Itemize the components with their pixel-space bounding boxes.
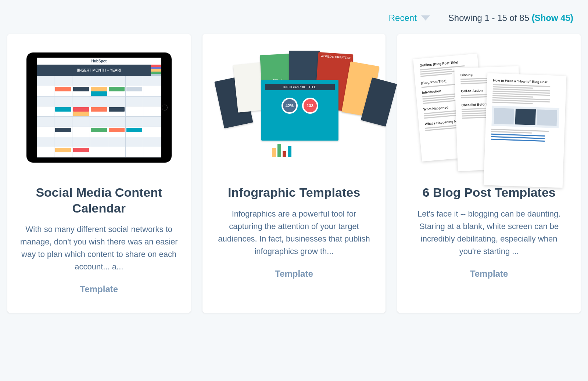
top-bar: Recent Showing 1 - 15 of 85 (Show 45)	[7, 7, 581, 34]
card-image: Outline: [Blog Post Title] [Blog Post Ti…	[397, 34, 581, 181]
card-image: HubSpot [INSERT MONTH + YEAR]	[7, 34, 191, 181]
infographic-spread: TREES WORLD'S GREATEST INFOGRAPHIC TITLE…	[214, 45, 375, 170]
calendar-header: [INSERT MONTH + YEAR]	[37, 65, 161, 76]
card-description: With so many different social networks t…	[7, 223, 191, 284]
card-grid: HubSpot [INSERT MONTH + YEAR] Social Me	[7, 34, 581, 313]
template-card[interactable]: TREES WORLD'S GREATEST INFOGRAPHIC TITLE…	[202, 34, 386, 313]
brand-text: HubSpot	[37, 58, 161, 65]
tablet-mockup: HubSpot [INSERT MONTH + YEAR]	[26, 52, 172, 163]
card-image: TREES WORLD'S GREATEST INFOGRAPHIC TITLE…	[202, 34, 386, 181]
chevron-down-icon	[421, 15, 430, 21]
sort-label: Recent	[389, 13, 417, 23]
card-title: Social Media Content Calendar	[7, 181, 191, 223]
card-category: Template	[202, 269, 386, 279]
template-card[interactable]: Outline: [Blog Post Title] [Blog Post Ti…	[397, 34, 581, 313]
card-category: Template	[397, 269, 581, 279]
card-description: Let's face it -- blogging can be dauntin…	[397, 208, 581, 269]
results-count: Showing 1 - 15 of 85 (Show 45)	[448, 13, 573, 23]
template-card[interactable]: HubSpot [INSERT MONTH + YEAR] Social Me	[7, 34, 191, 313]
show-more-link[interactable]: (Show 45)	[532, 13, 573, 23]
results-text: Showing 1 - 15 of 85	[448, 13, 532, 23]
card-description: Infographics are a powerful tool for cap…	[202, 208, 386, 269]
card-title: Infographic Templates	[202, 181, 386, 208]
sort-dropdown[interactable]: Recent	[389, 13, 430, 23]
documents-mockup: Outline: [Blog Post Title] [Blog Post Ti…	[408, 45, 570, 170]
card-category: Template	[7, 284, 191, 294]
